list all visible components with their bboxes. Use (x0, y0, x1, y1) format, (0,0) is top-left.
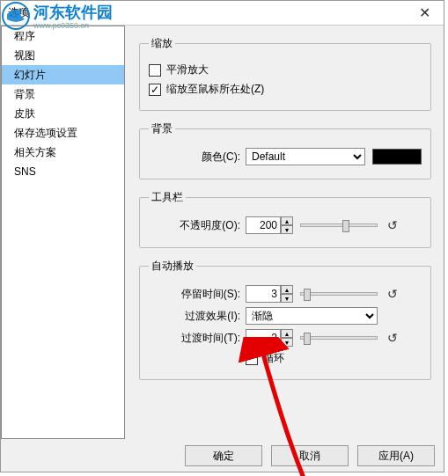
smooth-zoom-checkbox[interactable] (149, 64, 161, 77)
opacity-down-icon[interactable]: ▼ (281, 225, 293, 234)
apply-button[interactable]: 应用(A) (357, 445, 435, 466)
opacity-label: 不透明度(O): (149, 218, 246, 233)
close-icon: ✕ (419, 4, 430, 21)
group-toolbar-legend: 工具栏 (149, 190, 186, 205)
group-background-legend: 背景 (149, 121, 175, 136)
sidebar-item-slideshow[interactable]: 幻灯片 (2, 65, 124, 84)
close-button[interactable]: ✕ (410, 4, 438, 23)
dwell-label: 停留时间(S): (149, 287, 246, 302)
duration-input[interactable] (246, 329, 281, 347)
dialog-title: 选项 (8, 5, 29, 20)
group-zoom: 缩放 平滑放大 缩放至鼠标所在处(Z) (139, 36, 431, 111)
opacity-input[interactable] (246, 216, 281, 234)
ok-button[interactable]: 确定 (185, 445, 262, 466)
dwell-down-icon[interactable]: ▼ (281, 294, 293, 303)
category-sidebar: 程序 视图 幻灯片 背景 皮肤 保存选项设置 相关方案 SNS (1, 26, 125, 439)
sidebar-item-sns[interactable]: SNS (2, 162, 124, 181)
duration-down-icon[interactable]: ▼ (281, 338, 293, 347)
duration-up-icon[interactable]: ▲ (281, 329, 293, 338)
group-autoplay-legend: 自动播放 (149, 259, 196, 274)
opacity-up-icon[interactable]: ▲ (281, 216, 293, 225)
sidebar-item-skin[interactable]: 皮肤 (2, 104, 124, 123)
dwell-input[interactable] (246, 285, 281, 303)
effect-select[interactable]: 渐隐 (246, 307, 378, 325)
sidebar-item-program[interactable]: 程序 (2, 26, 124, 46)
smooth-zoom-label: 平滑放大 (166, 62, 209, 77)
dwell-up-icon[interactable]: ▲ (281, 285, 293, 294)
dialog-buttons: 确定 取消 应用(A) (185, 445, 435, 466)
sidebar-item-save-options[interactable]: 保存选项设置 (2, 123, 124, 143)
zoom-cursor-label: 缩放至鼠标所在处(Z) (166, 82, 264, 97)
sidebar-item-view[interactable]: 视图 (2, 46, 124, 65)
sidebar-item-related[interactable]: 相关方案 (2, 143, 124, 162)
cancel-button[interactable]: 取消 (271, 445, 349, 466)
group-background: 背景 颜色(C): Default (139, 121, 431, 179)
dwell-spinner[interactable]: ▲ ▼ (246, 285, 293, 303)
opacity-slider[interactable] (300, 218, 378, 232)
opacity-reset-icon[interactable]: ↺ (386, 219, 399, 231)
dwell-reset-icon[interactable]: ↺ (386, 288, 399, 300)
duration-reset-icon[interactable]: ↺ (386, 332, 399, 344)
bg-color-swatch[interactable] (372, 149, 422, 165)
loop-checkbox[interactable] (246, 353, 258, 365)
group-autoplay: 自动播放 停留时间(S): ▲ ▼ ↺ (139, 259, 431, 380)
duration-label: 过渡时间(T): (149, 331, 246, 346)
duration-slider[interactable] (300, 331, 378, 345)
zoom-cursor-checkbox[interactable] (149, 84, 161, 96)
group-toolbar: 工具栏 不透明度(O): ▲ ▼ ↺ (139, 190, 431, 248)
settings-panel: 缩放 平滑放大 缩放至鼠标所在处(Z) 背景 颜色(C): Default (125, 26, 444, 439)
options-dialog: 选项 ✕ 程序 视图 幻灯片 背景 皮肤 保存选项设置 相关方案 SNS 缩放 … (0, 0, 444, 472)
loop-label: 循环 (263, 351, 284, 366)
bg-color-select[interactable]: Default (246, 148, 365, 165)
bg-color-label: 颜色(C): (149, 150, 246, 165)
duration-spinner[interactable]: ▲ ▼ (246, 329, 293, 347)
duration-slider-thumb[interactable] (304, 333, 311, 345)
titlebar: 选项 ✕ (1, 1, 444, 26)
effect-label: 过渡效果(I): (149, 309, 246, 324)
group-zoom-legend: 缩放 (149, 36, 175, 51)
opacity-slider-thumb[interactable] (342, 220, 349, 232)
dwell-slider-thumb[interactable] (304, 289, 311, 301)
opacity-spinner[interactable]: ▲ ▼ (246, 216, 293, 234)
dwell-slider[interactable] (300, 287, 378, 301)
sidebar-item-background[interactable]: 背景 (2, 84, 124, 104)
